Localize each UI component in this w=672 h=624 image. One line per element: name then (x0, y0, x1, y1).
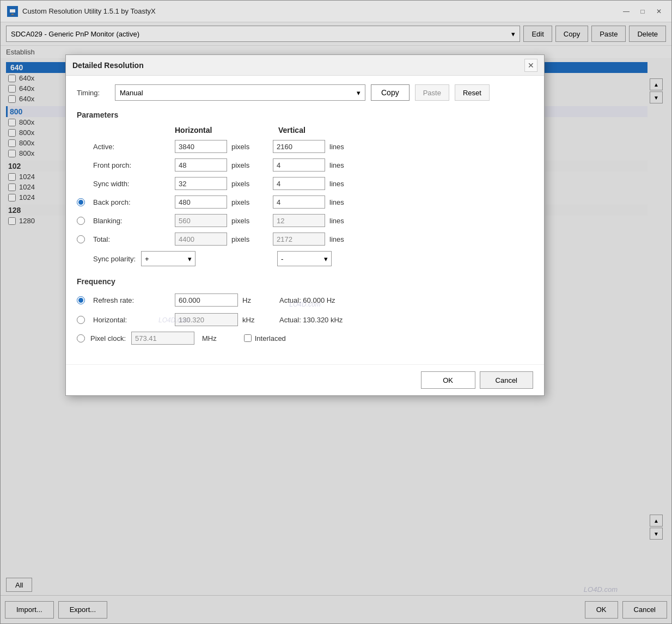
app-icon (7, 6, 18, 17)
back-porch-radio[interactable] (77, 198, 85, 206)
total-radio[interactable] (77, 235, 85, 243)
horiz-actual: Actual: 130.320 kHz (279, 316, 436, 324)
res-check-640-2[interactable] (8, 85, 16, 93)
close-button-main[interactable]: ✕ (653, 5, 665, 17)
paste-button-main[interactable]: Paste (591, 26, 626, 42)
total-v-input[interactable] (273, 233, 325, 246)
blanking-h-input[interactable] (175, 214, 227, 227)
import-button[interactable]: Import... (5, 601, 54, 619)
pixel-unit: MHz (202, 334, 217, 342)
sync-width-h-unit: pixels (231, 180, 273, 188)
blanking-radio[interactable] (77, 217, 85, 225)
horiz-label: Horizontal: (93, 316, 175, 324)
copy-button-dialog[interactable]: Copy (371, 84, 410, 101)
timing-select[interactable]: Manual ▾ (115, 84, 365, 101)
front-porch-label: Front porch: (93, 161, 175, 169)
res-check-1024-3[interactable] (8, 194, 16, 201)
res-check-800-1[interactable] (8, 119, 16, 126)
cancel-button-main[interactable]: Cancel (622, 601, 667, 619)
cancel-button-dialog[interactable]: Cancel (480, 371, 533, 389)
all-button-row: All (1, 576, 671, 595)
delete-button[interactable]: Delete (629, 26, 666, 42)
blanking-v-input[interactable] (273, 214, 325, 227)
app-title: Custom Resolution Utility 1.5.1 by Toast… (22, 7, 156, 15)
svg-rect-2 (10, 9, 15, 13)
total-h-input[interactable] (175, 233, 227, 246)
res-check-640-1[interactable] (8, 75, 16, 82)
refresh-input[interactable] (175, 293, 238, 307)
refresh-radio[interactable] (77, 296, 85, 304)
params-back-porch-row: Back porch: pixels lines (77, 194, 533, 210)
bottom-left: Import... Export... (5, 601, 107, 619)
sync-width-v-unit: lines (329, 180, 371, 188)
back-porch-v-input[interactable] (273, 195, 325, 209)
params-section: Parameters Horizontal Vertical Active: p… (77, 111, 533, 266)
bottom-bar: Import... Export... OK Cancel (1, 595, 671, 623)
col-header-horizontal: Horizontal (175, 126, 235, 134)
total-v-unit: lines (329, 235, 371, 243)
arrow-up-bottom[interactable]: ▲ (650, 515, 663, 527)
svg-rect-4 (10, 15, 15, 15)
sync-h-polarity-select[interactable]: + ▾ (141, 251, 196, 266)
res-1280-label: 128 (8, 206, 21, 215)
res-check-1280-1[interactable] (8, 217, 16, 225)
reset-button[interactable]: Reset (455, 84, 490, 101)
front-porch-h-input[interactable] (175, 158, 227, 172)
interlaced-row: Interlaced (244, 334, 286, 342)
res-1024-label: 102 (8, 162, 21, 170)
sync-width-v-input[interactable] (273, 177, 325, 190)
res-check-800-4[interactable] (8, 150, 16, 157)
res-check-1024-1[interactable] (8, 173, 16, 181)
res-label-800-1: 800x (19, 118, 34, 126)
res-check-1024-2[interactable] (8, 183, 16, 191)
active-h-input[interactable] (175, 140, 227, 153)
timing-row: Timing: Manual ▾ Copy Paste Reset (77, 84, 533, 101)
front-porch-v-input[interactable] (273, 158, 325, 172)
pixel-clock-radio[interactable] (77, 334, 85, 342)
sync-width-h-input[interactable] (175, 177, 227, 190)
minimize-button[interactable]: — (620, 5, 632, 17)
interlaced-checkbox[interactable] (244, 334, 252, 342)
sync-h-arrow: ▾ (188, 255, 192, 263)
export-button[interactable]: Export... (58, 601, 107, 619)
params-total-row: Total: pixels lines (77, 231, 533, 247)
timing-select-arrow: ▾ (357, 89, 361, 97)
title-bar-left: Custom Resolution Utility 1.5.1 by Toast… (7, 6, 156, 17)
res-800-label: 800 (10, 107, 22, 116)
copy-button-main[interactable]: Copy (555, 26, 588, 42)
ok-button-main[interactable]: OK (585, 601, 618, 619)
sync-h-value: + (145, 255, 149, 263)
edit-button[interactable]: Edit (523, 26, 552, 42)
arrow-down-bottom[interactable]: ▼ (650, 528, 663, 540)
monitor-select[interactable]: SDCA029 - Generic PnP Monitor (active) ▾ (6, 26, 520, 42)
params-col-headers: Horizontal Vertical (77, 126, 533, 134)
active-v-input[interactable] (273, 140, 325, 153)
res-check-640-3[interactable] (8, 95, 16, 103)
detailed-resolution-dialog: Detailed Resolution ✕ Timing: Manual ▾ C… (65, 54, 545, 396)
side-arrows-container: ▲ ▼ ▲ ▼ (650, 62, 666, 572)
arrow-up-top[interactable]: ▲ (650, 78, 663, 90)
sync-v-arrow: ▾ (324, 255, 328, 263)
horiz-radio[interactable] (77, 316, 85, 324)
dialog-close-button[interactable]: ✕ (524, 59, 537, 72)
highlighted-res-label: 640 (10, 63, 23, 72)
all-button[interactable]: All (6, 578, 32, 592)
active-h-unit: pixels (231, 143, 273, 151)
refresh-actual: Actual: 60.000 Hz (279, 296, 436, 304)
timing-value: Manual (120, 89, 143, 97)
params-sync-width-row: Sync width: pixels lines (77, 176, 533, 191)
res-check-800-3[interactable] (8, 139, 16, 147)
monitor-label: SDCA029 - Generic PnP Monitor (active) (11, 30, 139, 38)
pixel-input[interactable] (131, 332, 194, 345)
sync-width-label: Sync width: (93, 180, 175, 188)
horiz-input[interactable] (175, 313, 238, 326)
back-porch-h-unit: pixels (231, 198, 273, 206)
sync-v-polarity-select[interactable]: - ▾ (277, 251, 332, 266)
paste-button-dialog[interactable]: Paste (415, 84, 449, 101)
ok-button-dialog[interactable]: OK (421, 371, 475, 389)
res-check-800-2[interactable] (8, 129, 16, 137)
maximize-button[interactable]: □ (637, 5, 649, 17)
back-porch-h-input[interactable] (175, 195, 227, 209)
params-blanking-row: Blanking: pixels lines (77, 213, 533, 228)
arrow-down-top[interactable]: ▼ (650, 91, 663, 103)
